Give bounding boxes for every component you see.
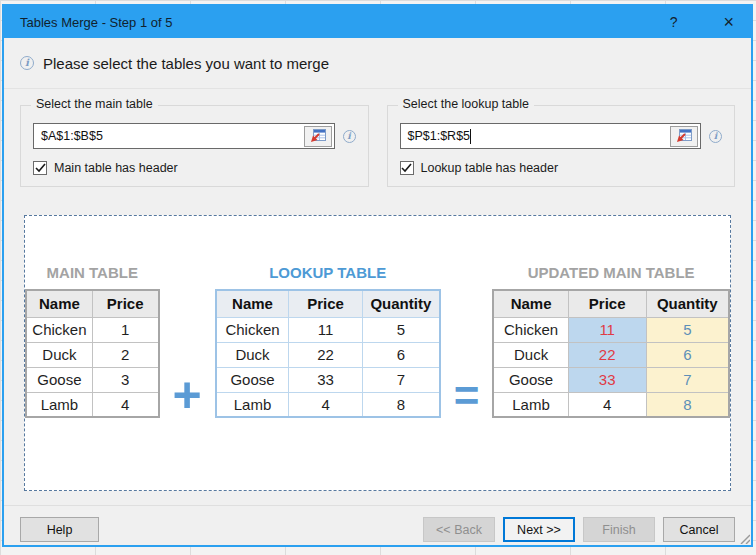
close-icon[interactable]: ×: [723, 13, 734, 31]
range-picker-icon: [676, 129, 692, 143]
group-main-label: Select the main table: [31, 97, 158, 111]
table-cell-changed-price: 11: [568, 317, 646, 342]
finish-button: Finish: [583, 517, 655, 542]
column-header: Quantity: [363, 290, 440, 317]
column-header: Name: [26, 290, 92, 317]
lookup-header-check-row: Lookup table has header: [400, 161, 735, 175]
merge-preview-panel: MAIN TABLE Name Price Chicken 1 Duck 2: [24, 215, 731, 491]
check-icon: [401, 163, 412, 173]
table-cell: Goose: [493, 367, 568, 392]
column-header: Name: [493, 290, 568, 317]
updated-table-title: UPDATED MAIN TABLE: [492, 264, 730, 281]
lookup-header-checkbox[interactable]: [400, 161, 414, 175]
lookup-range-value: $P$1:$R$5: [408, 129, 471, 143]
main-range-input[interactable]: $A$1:$B$5: [33, 123, 335, 149]
column-header: Price: [568, 290, 646, 317]
table-cell-changed-price: 33: [568, 367, 646, 392]
main-table: Name Price Chicken 1 Duck 2 Goose 3: [25, 289, 160, 418]
table-cell: 6: [363, 342, 440, 367]
group-lookup-label: Select the lookup table: [398, 97, 534, 111]
tables-merge-dialog: Tables Merge - Step 1 of 5 ? × i Please …: [2, 4, 753, 547]
column-header: Name: [216, 290, 289, 317]
lookup-header-checkbox-label: Lookup table has header: [421, 161, 559, 175]
main-range-picker-button[interactable]: [304, 126, 332, 147]
lookup-range-info-icon[interactable]: i: [709, 130, 722, 143]
lookup-range-input[interactable]: $P$1:$R$5: [400, 123, 702, 149]
table-cell: Goose: [216, 367, 289, 392]
table-cell-changed-price: 22: [568, 342, 646, 367]
table-cell: Lamb: [493, 392, 568, 417]
table-cell: 8: [363, 392, 440, 417]
titlebar-help-button[interactable]: ?: [670, 14, 678, 30]
table-cell: 22: [289, 342, 363, 367]
table-cell: 7: [363, 367, 440, 392]
table-cell: Chicken: [493, 317, 568, 342]
lookup-range-row: $P$1:$R$5 i: [400, 123, 723, 149]
main-range-info-icon[interactable]: i: [343, 130, 356, 143]
table-cell-new-quantity: 8: [646, 392, 729, 417]
resize-grip[interactable]: [737, 531, 750, 544]
step-header: i Please select the tables you want to m…: [4, 38, 751, 89]
table-cell: Duck: [26, 342, 92, 367]
table-cell: 5: [363, 317, 440, 342]
table-cell: Lamb: [26, 392, 92, 417]
main-range-row: $A$1:$B$5 i: [33, 123, 356, 149]
window-title: Tables Merge - Step 1 of 5: [20, 15, 670, 30]
column-header: Price: [92, 290, 158, 317]
table-cell: Goose: [26, 367, 92, 392]
help-button[interactable]: Help: [20, 517, 99, 542]
table-cell: 33: [289, 367, 363, 392]
table-cell-new-quantity: 5: [646, 317, 729, 342]
table-cell: 2: [92, 342, 158, 367]
column-header: Quantity: [646, 290, 729, 317]
group-main-table: Select the main table $A$1:$B$5: [20, 105, 369, 187]
back-button: << Back: [423, 517, 495, 542]
lookup-range-picker-button[interactable]: [670, 126, 698, 147]
range-groups: Select the main table $A$1:$B$5: [4, 89, 751, 187]
table-cell-new-quantity: 6: [646, 342, 729, 367]
main-table-title: MAIN TABLE: [25, 264, 160, 281]
group-lookup-table: Select the lookup table $P$1:$R$5: [387, 105, 736, 187]
table-cell: Chicken: [26, 317, 92, 342]
table-cell: 4: [568, 392, 646, 417]
table-cell: 1: [92, 317, 158, 342]
main-header-check-row: Main table has header: [33, 161, 368, 175]
table-cell-new-quantity: 7: [646, 367, 729, 392]
cancel-button[interactable]: Cancel: [663, 517, 735, 542]
updated-table-block: UPDATED MAIN TABLE Name Price Quantity C…: [492, 264, 730, 418]
table-cell: Chicken: [216, 317, 289, 342]
plus-icon: +: [173, 370, 202, 420]
next-button[interactable]: Next >>: [503, 517, 575, 542]
updated-main-table: Name Price Quantity Chicken 11 5 Duck 22…: [492, 289, 730, 418]
lookup-table: Name Price Quantity Chicken 11 5 Duck 22…: [215, 289, 441, 418]
lookup-table-title: LOOKUP TABLE: [215, 264, 441, 281]
footer: Help << Back Next >> Finish Cancel: [4, 506, 751, 542]
table-cell: 4: [92, 392, 158, 417]
table-cell: 4: [289, 392, 363, 417]
table-cell: Duck: [216, 342, 289, 367]
info-icon: i: [20, 56, 34, 70]
step-instruction: Please select the tables you want to mer…: [43, 55, 329, 72]
lookup-table-block: LOOKUP TABLE Name Price Quantity Chicken…: [215, 264, 441, 418]
range-picker-icon: [310, 129, 326, 143]
column-header: Price: [289, 290, 363, 317]
main-header-checkbox[interactable]: [33, 161, 47, 175]
main-table-block: MAIN TABLE Name Price Chicken 1 Duck 2: [25, 264, 160, 418]
table-cell: Lamb: [216, 392, 289, 417]
table-cell: 11: [289, 317, 363, 342]
equals-icon: =: [454, 374, 480, 418]
text-caret: [470, 129, 471, 144]
table-cell: 3: [92, 367, 158, 392]
check-icon: [35, 163, 46, 173]
table-cell: Duck: [493, 342, 568, 367]
titlebar: Tables Merge - Step 1 of 5 ? ×: [4, 6, 751, 38]
main-range-value: $A$1:$B$5: [41, 129, 304, 143]
main-header-checkbox-label: Main table has header: [54, 161, 178, 175]
